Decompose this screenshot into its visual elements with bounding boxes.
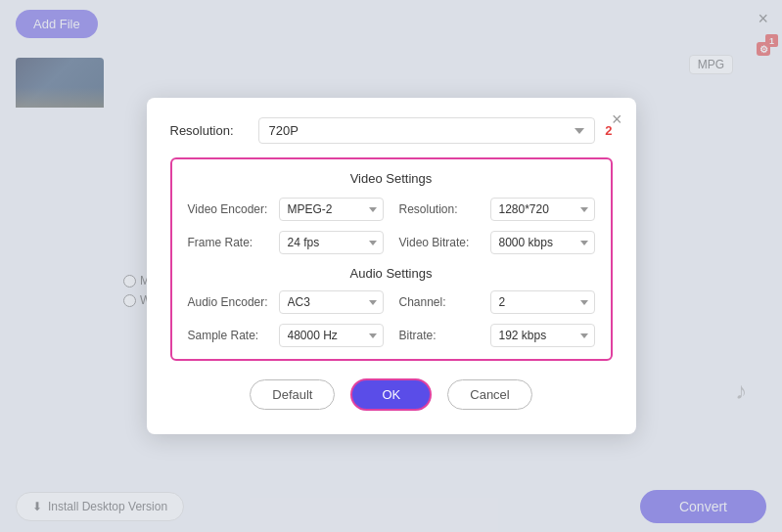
settings-modal: × Resolution: 720P 2 Video Settings Vide… <box>147 98 636 434</box>
resolution-label: Resolution: <box>170 123 249 138</box>
video-encoder-row: Video Encoder: MPEG-2 <box>188 198 384 221</box>
channel-label: Channel: <box>399 295 483 309</box>
frame-rate-label: Frame Rate: <box>188 236 271 249</box>
resolution-row: Resolution: 720P 2 <box>170 117 613 144</box>
frame-rate-row: Frame Rate: 24 fps <box>188 231 384 254</box>
video-bitrate-dropdown[interactable]: 8000 kbps <box>490 231 595 254</box>
resolution-inner-row: Resolution: 1280*720 <box>399 198 595 221</box>
video-settings-title: Video Settings <box>188 171 595 186</box>
settings-box: Video Settings Video Encoder: MPEG-2 Res… <box>170 157 613 361</box>
sample-rate-row: Sample Rate: 48000 Hz <box>188 324 384 347</box>
audio-settings-title: Audio Settings <box>188 266 595 281</box>
modal-overlay: × Resolution: 720P 2 Video Settings Vide… <box>0 0 782 532</box>
video-bitrate-label: Video Bitrate: <box>399 236 483 249</box>
audio-settings-grid: Audio Encoder: AC3 Channel: 2 <box>188 290 595 347</box>
video-encoder-dropdown[interactable]: MPEG-2 <box>279 198 384 221</box>
channel-row: Channel: 2 <box>399 290 595 314</box>
modal-close-button[interactable]: × <box>612 110 622 130</box>
default-button[interactable]: Default <box>250 379 335 410</box>
audio-encoder-dropdown[interactable]: AC3 <box>279 290 384 314</box>
bitrate-label: Bitrate: <box>399 329 483 342</box>
sample-rate-label: Sample Rate: <box>188 329 271 342</box>
frame-rate-dropdown[interactable]: 24 fps <box>279 231 384 254</box>
modal-buttons: Default 3 OK Cancel <box>170 378 613 411</box>
audio-encoder-row: Audio Encoder: AC3 <box>188 290 384 314</box>
audio-encoder-label: Audio Encoder: <box>188 295 271 309</box>
resolution-inner-dropdown[interactable]: 1280*720 <box>490 198 595 221</box>
video-settings-grid: Video Encoder: MPEG-2 Resolution: 1280*7… <box>188 198 595 254</box>
channel-dropdown[interactable]: 2 <box>490 290 595 314</box>
resolution-inner-label: Resolution: <box>399 202 483 216</box>
cancel-button[interactable]: Cancel <box>447 379 531 410</box>
sample-rate-dropdown[interactable]: 48000 Hz <box>279 324 384 347</box>
video-encoder-label: Video Encoder: <box>188 202 271 216</box>
bitrate-dropdown[interactable]: 192 kbps <box>490 324 595 347</box>
app-background: Add File × MPG ⚙ 1 M... W... ♪ ⬇ Instal <box>0 0 782 532</box>
bitrate-row: Bitrate: 192 kbps <box>399 324 595 347</box>
ok-button[interactable]: OK <box>350 378 432 411</box>
video-bitrate-row: Video Bitrate: 8000 kbps <box>399 231 595 254</box>
resolution-dropdown[interactable]: 720P <box>258 117 596 144</box>
